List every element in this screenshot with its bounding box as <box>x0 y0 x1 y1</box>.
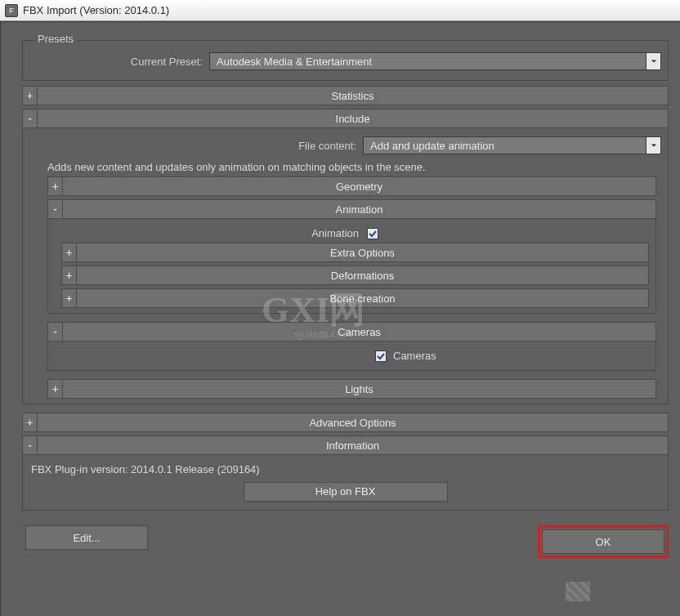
section-bone-creation[interactable]: + Bone creation <box>61 288 649 308</box>
expand-icon: + <box>48 177 63 195</box>
current-preset-value: Autodesk Media & Entertainment <box>210 56 646 68</box>
section-cameras[interactable]: - Cameras <box>47 322 656 341</box>
presets-fieldset: Presets Current Preset: Autodesk Media &… <box>22 40 669 81</box>
section-animation-title: Animation <box>63 203 655 216</box>
titlebar: F FBX Import (Version: 2014.0.1) <box>0 0 680 21</box>
collapse-icon: - <box>48 200 63 218</box>
plugin-version-text: FBX Plug-in version: 2014.0.1 Release (2… <box>31 463 660 475</box>
information-body: FBX Plug-in version: 2014.0.1 Release (2… <box>22 455 669 511</box>
animation-checkbox[interactable] <box>367 228 378 239</box>
cameras-body: Cameras <box>47 341 656 371</box>
file-content-label: File content: <box>36 140 363 152</box>
section-statistics[interactable]: + Statistics <box>22 86 669 105</box>
expand-icon: + <box>23 413 38 431</box>
expand-icon: + <box>62 243 77 261</box>
chevron-down-icon <box>646 53 660 69</box>
cameras-checkbox[interactable] <box>375 350 387 362</box>
help-on-fbx-button[interactable]: Help on FBX <box>244 482 448 502</box>
app-icon: F <box>5 4 18 17</box>
section-advanced-options-title: Advanced Options <box>38 417 668 429</box>
section-information-title: Information <box>38 440 668 452</box>
animation-body: Animation + Extra Options + Deformations… <box>47 219 656 314</box>
file-content-combo[interactable]: Add and update animation <box>363 136 661 154</box>
animation-checkbox-label: Animation <box>48 227 367 239</box>
collapse-icon: - <box>23 436 38 454</box>
expand-icon: + <box>48 380 63 398</box>
section-geometry-title: Geometry <box>63 181 655 193</box>
section-information[interactable]: - Information <box>22 435 669 455</box>
section-lights-title: Lights <box>63 383 655 395</box>
collapse-icon: - <box>23 109 38 127</box>
section-cameras-title: Cameras <box>63 326 655 338</box>
section-include-title: Include <box>38 113 668 125</box>
ok-button-highlight: OK <box>538 525 669 558</box>
expand-icon: + <box>62 289 77 307</box>
ok-button[interactable]: OK <box>542 529 664 554</box>
chevron-down-icon <box>646 137 660 154</box>
cameras-checkbox-label: Cameras <box>387 350 436 362</box>
include-body: File content: Add and update animation A… <box>22 128 669 404</box>
section-extra-options-title: Extra Options <box>77 247 648 259</box>
section-animation[interactable]: - Animation <box>47 199 656 219</box>
section-lights[interactable]: + Lights <box>47 379 656 399</box>
file-content-value: Add and update animation <box>364 140 646 152</box>
collapse-icon: - <box>48 323 63 341</box>
section-bone-creation-title: Bone creation <box>77 292 648 305</box>
expand-icon: + <box>62 266 77 284</box>
current-preset-label: Current Preset: <box>29 56 209 68</box>
section-geometry[interactable]: + Geometry <box>47 176 656 196</box>
section-statistics-title: Statistics <box>38 90 668 102</box>
presets-legend: Presets <box>34 33 77 45</box>
pixel-blur-overlay <box>566 582 590 601</box>
current-preset-combo[interactable]: Autodesk Media & Entertainment <box>209 52 661 70</box>
section-deformations[interactable]: + Deformations <box>61 266 649 285</box>
window-title: FBX Import (Version: 2014.0.1) <box>23 4 169 16</box>
expand-icon: + <box>23 87 38 105</box>
dialog-body: Presets Current Preset: Autodesk Media &… <box>0 21 680 616</box>
edit-button[interactable]: Edit... <box>25 525 148 550</box>
section-advanced-options[interactable]: + Advanced Options <box>22 413 669 432</box>
section-deformations-title: Deformations <box>77 270 648 282</box>
section-extra-options[interactable]: + Extra Options <box>61 243 649 262</box>
section-include[interactable]: - Include <box>22 109 669 128</box>
file-content-description: Adds new content and updates only animat… <box>47 161 656 173</box>
bottom-button-row: Edit... OK <box>11 525 680 558</box>
